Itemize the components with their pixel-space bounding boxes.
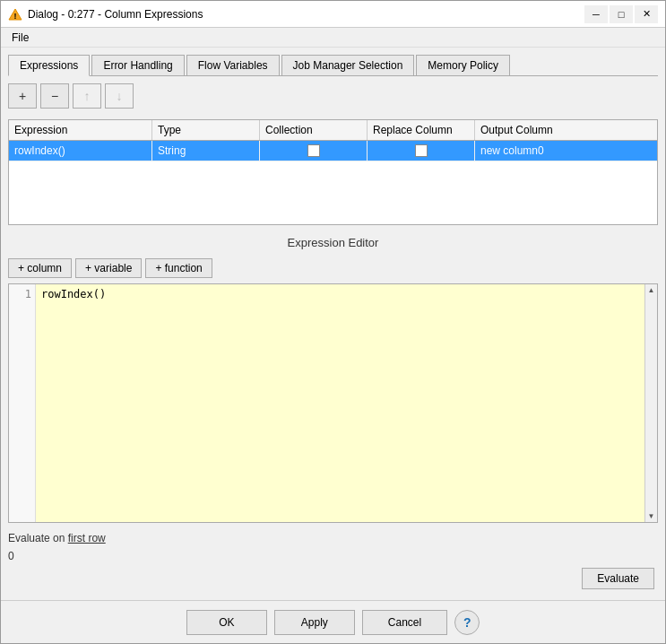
add-row-button[interactable]: + [8, 83, 37, 109]
td-output-column: new column0 [475, 141, 657, 161]
tab-error-handling[interactable]: Error Handling [91, 55, 184, 75]
svg-text:!: ! [14, 12, 17, 21]
tab-flow-variables[interactable]: Flow Variables [186, 55, 280, 75]
table-body: rowIndex() String new column0 [9, 141, 657, 224]
expression-table: Expression Type Collection Replace Colum… [8, 119, 658, 225]
ok-button[interactable]: OK [186, 610, 267, 635]
main-window: ! Dialog - 0:277 - Column Expressions ─ … [0, 0, 666, 644]
window-title: Dialog - 0:277 - Column Expressions [28, 8, 203, 21]
col-header-replace: Replace Column [368, 120, 475, 140]
column-btn-label: + column [18, 262, 62, 274]
expressions-panel: + − ↑ ↓ Expression Type Collection Repla… [8, 83, 658, 593]
evaluate-result: 0 [8, 548, 658, 564]
tab-memory-policy[interactable]: Memory Policy [416, 55, 510, 75]
row-toolbar: + − ↑ ↓ [8, 83, 658, 109]
content-area: Expressions Error Handling Flow Variable… [1, 48, 665, 600]
td-expression: rowIndex() [9, 141, 152, 161]
tab-job-manager[interactable]: Job Manager Selection [281, 55, 415, 75]
table-empty-space [9, 161, 657, 224]
close-button[interactable]: ✕ [635, 5, 658, 23]
vertical-scrollbar[interactable]: ▲ ▼ [644, 284, 657, 522]
td-replace-column [368, 141, 475, 161]
evaluate-label: Evaluate on first row [8, 532, 658, 544]
evaluate-btn-row: Evaluate [8, 568, 658, 589]
function-button[interactable]: + function [145, 258, 212, 278]
scroll-up-arrow[interactable]: ▲ [648, 286, 655, 294]
cancel-button[interactable]: Cancel [362, 610, 447, 635]
collection-checkbox[interactable] [307, 144, 320, 157]
title-bar-left: ! Dialog - 0:277 - Column Expressions [8, 7, 203, 22]
warning-icon: ! [8, 7, 22, 22]
col-header-type: Type [152, 120, 260, 140]
title-bar-controls: ─ □ ✕ [584, 5, 658, 23]
move-up-button[interactable]: ↑ [73, 83, 101, 109]
scroll-down-arrow[interactable]: ▼ [648, 512, 655, 520]
col-header-output: Output Column [475, 120, 657, 140]
evaluate-button[interactable]: Evaluate [582, 568, 654, 589]
col-header-collection: Collection [260, 120, 368, 140]
col-header-expression: Expression [9, 120, 152, 140]
code-content[interactable]: rowIndex() [36, 284, 644, 522]
first-row-link[interactable]: first row [68, 532, 106, 544]
code-editor: 1 rowIndex() ▲ ▼ [8, 283, 658, 523]
remove-row-button[interactable]: − [40, 83, 69, 109]
editor-buttons: + column + variable + function [8, 258, 658, 278]
maximize-button[interactable]: □ [610, 5, 633, 23]
line-number-1: 1 [13, 288, 31, 300]
td-type: String [152, 141, 260, 161]
line-numbers: 1 [9, 284, 36, 522]
expression-editor-section: Expression Editor + column + variable + … [8, 232, 658, 593]
apply-button[interactable]: Apply [274, 610, 355, 635]
file-menu[interactable]: File [4, 30, 36, 46]
title-bar: ! Dialog - 0:277 - Column Expressions ─ … [1, 1, 665, 28]
replace-column-checkbox[interactable] [415, 144, 428, 157]
editor-title: Expression Editor [8, 232, 658, 253]
variable-btn-label: + variable [85, 262, 132, 274]
tabs-bar: Expressions Error Handling Flow Variable… [8, 55, 658, 76]
column-button[interactable]: + column [8, 258, 72, 278]
evaluate-section: Evaluate on first row 0 Evaluate [8, 528, 658, 593]
variable-button[interactable]: + variable [75, 258, 142, 278]
help-button[interactable]: ? [454, 610, 480, 635]
move-down-button[interactable]: ↓ [105, 83, 134, 109]
minimize-button[interactable]: ─ [584, 5, 608, 23]
table-row[interactable]: rowIndex() String new column0 [9, 141, 657, 161]
td-collection [260, 141, 368, 161]
tab-expressions[interactable]: Expressions [8, 55, 90, 76]
function-btn-label: + function [155, 262, 202, 274]
table-header: Expression Type Collection Replace Colum… [9, 120, 657, 141]
menu-bar: File [1, 28, 665, 48]
dialog-footer: OK Apply Cancel ? [1, 600, 665, 643]
